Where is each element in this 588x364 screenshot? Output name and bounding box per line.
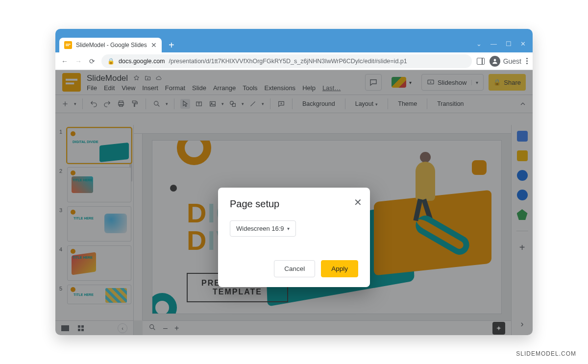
url-host: docs.google.com — [119, 58, 165, 65]
dropdown-value: Widescreen 16:9 — [236, 225, 284, 232]
svg-point-0 — [493, 59, 496, 61]
new-tab-button[interactable]: + — [165, 38, 178, 52]
cancel-button[interactable]: Cancel — [274, 260, 315, 277]
reload-icon[interactable]: ⟳ — [88, 57, 97, 65]
close-window-icon[interactable]: ✕ — [520, 40, 526, 48]
panel-icon[interactable] — [477, 58, 485, 65]
close-tab-icon[interactable]: ✕ — [151, 41, 157, 49]
omnibox[interactable]: 🔒 docs.google.com/presentation/d/1tt7KHl… — [101, 54, 472, 68]
avatar-icon — [490, 56, 500, 67]
maximize-icon[interactable]: ☐ — [506, 40, 512, 48]
apply-button[interactable]: Apply — [321, 260, 358, 277]
tab-title: SlideModel - Google Slides — [76, 42, 147, 49]
profile-chip[interactable]: Guest — [490, 56, 521, 67]
aspect-ratio-dropdown[interactable]: Widescreen 16:9 — [230, 220, 296, 237]
slides-favicon — [64, 41, 72, 49]
chevron-down-icon[interactable]: ⌄ — [476, 40, 482, 48]
profile-label: Guest — [503, 57, 521, 65]
watermark: SLIDEMODEL.COM — [516, 350, 576, 357]
slides-app: SlideModel File Edit View Insert Format … — [55, 70, 533, 335]
lock-icon: 🔒 — [107, 58, 115, 65]
back-icon[interactable]: ← — [60, 57, 69, 65]
browser-tab[interactable]: SlideModel - Google Slides ✕ — [59, 38, 162, 52]
browser-menu-icon[interactable] — [526, 58, 528, 64]
page-setup-dialog: ✕ Page setup Widescreen 16:9 Cancel Appl… — [218, 188, 370, 287]
close-dialog-icon[interactable]: ✕ — [354, 196, 362, 208]
forward-icon[interactable]: → — [74, 57, 83, 65]
dialog-title: Page setup — [230, 198, 358, 210]
url-path: /presentation/d/1tt7KHlXVVfXhOrgFGkRY5D_… — [169, 58, 407, 65]
browser-window: SlideModel - Google Slides ✕ + ⌄ — ☐ ✕ ←… — [55, 29, 533, 335]
url-bar: ← → ⟳ 🔒 docs.google.com/presentation/d/1… — [55, 52, 533, 70]
tab-strip: SlideModel - Google Slides ✕ + ⌄ — ☐ ✕ — [55, 35, 533, 52]
minimize-icon[interactable]: — — [490, 40, 497, 48]
os-titlebar — [55, 29, 533, 35]
window-controls: ⌄ — ☐ ✕ — [476, 35, 533, 52]
